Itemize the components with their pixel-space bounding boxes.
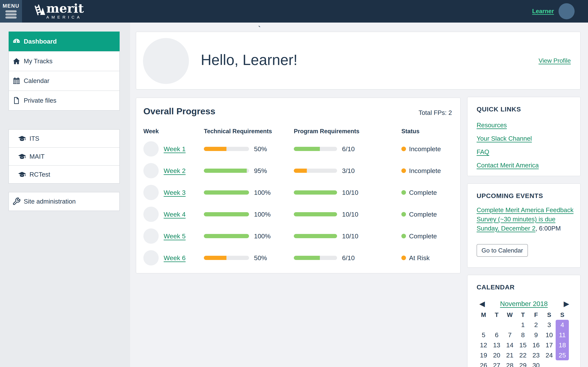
month-link[interactable]: November 2018 [467, 299, 580, 309]
file-icon [12, 96, 21, 105]
calendar-date[interactable]: 19 [477, 350, 490, 360]
quick-link[interactable]: Contact Merit America [477, 159, 539, 172]
merit-america-logo[interactable]: merit AMERICA [33, 2, 84, 19]
week-cell: Week 4 [143, 207, 204, 222]
technical-progress-fill [204, 234, 249, 238]
logo-subtext: AMERICA [46, 15, 82, 19]
sidebar-item-calendar[interactable]: Calendar [9, 71, 120, 91]
progress-table-header: Week Technical Requirements Program Requ… [143, 125, 452, 138]
week-avatar [143, 185, 159, 200]
calendar-date[interactable]: 1 [516, 320, 530, 330]
calendar-date[interactable]: 15 [516, 340, 530, 350]
day-header: T [516, 310, 530, 320]
calendar-date[interactable]: 27 [490, 360, 503, 367]
quick-link[interactable]: FAQ [477, 145, 489, 159]
sidebar-item-site-administration[interactable]: Site administration [9, 192, 120, 211]
technical-progress-fill [204, 169, 247, 173]
technical-progress-fill [204, 190, 249, 195]
calendar-date[interactable]: 14 [503, 340, 516, 350]
progress-table: Week Technical Requirements Program Requ… [143, 125, 452, 269]
next-month-icon[interactable]: ▶ [564, 299, 569, 308]
calendar-date[interactable]: 26 [477, 360, 490, 367]
week-avatar [143, 228, 159, 244]
graduation-cap-icon [18, 134, 26, 143]
calendar-date[interactable]: 28 [503, 360, 516, 367]
technical-progress-bar [204, 169, 249, 173]
sidebar-item-my-tracks[interactable]: My Tracks [9, 51, 120, 71]
go-to-calendar-button[interactable]: Go to Calendar [477, 244, 528, 257]
calendar-date[interactable]: 17 [543, 340, 556, 350]
week-link[interactable]: Week 1 [164, 145, 186, 153]
sidebar-track-mait[interactable]: MAIT [9, 147, 120, 166]
calendar-date[interactable]: 16 [529, 340, 543, 350]
technical-requirements-cell: 95% [204, 167, 294, 175]
calendar-date[interactable]: 6 [490, 330, 503, 340]
calendar-date[interactable]: 9 [529, 330, 543, 340]
progress-row: Week 295%3/10Incomplete [143, 160, 452, 182]
sidebar-track-rctest[interactable]: RCTest [9, 165, 120, 184]
calendar-date[interactable]: 11 [556, 330, 569, 340]
status-label: Complete [409, 189, 437, 196]
progress-row: Week 4100%10/10Complete [143, 203, 452, 225]
calendar-date[interactable]: 25 [556, 350, 569, 360]
calendar-empty-cell [490, 320, 503, 330]
column-header-technical: Technical Requirements [204, 128, 294, 135]
calendar-date[interactable]: 24 [543, 350, 556, 360]
menu-button[interactable]: MENU [0, 0, 22, 23]
calendar-date[interactable]: 5 [477, 330, 490, 340]
program-progress-fill [294, 169, 307, 173]
calendar-date[interactable]: 12 [477, 340, 490, 350]
calendar-date[interactable]: 29 [516, 360, 530, 367]
calendar-date[interactable]: 7 [503, 330, 516, 340]
status-dot-icon [401, 190, 406, 195]
calendar-icon [12, 77, 21, 85]
progress-row: Week 5100%10/10Complete [143, 225, 452, 247]
week-cell: Week 3 [143, 185, 204, 200]
view-profile-link[interactable]: View Profile [539, 57, 571, 64]
week-link[interactable]: Week 4 [164, 211, 186, 218]
calendar-date[interactable]: 18 [556, 340, 569, 350]
quick-link[interactable]: Resources [477, 118, 507, 132]
week-link[interactable]: Week 6 [164, 254, 186, 262]
day-header: M [477, 310, 490, 320]
status-dot-icon [401, 212, 406, 217]
logo-wordmark: merit [46, 2, 84, 15]
upcoming-events-title: UPCOMING EVENTS [477, 192, 543, 200]
ladder-logo-icon [33, 2, 45, 17]
technical-requirements-cell: 100% [204, 211, 294, 218]
calendar-panel: CALENDAR ◀ November 2018 ▶ MTWTFSS123456… [467, 275, 580, 367]
calendar-date[interactable]: 3 [543, 320, 556, 330]
calendar-date[interactable]: 2 [529, 320, 543, 330]
calendar-empty-cell [556, 360, 569, 367]
program-progress-bar [294, 212, 337, 216]
program-requirements-cell: 6/10 [294, 145, 401, 153]
calendar-nav: ◀ November 2018 ▶ [467, 299, 580, 309]
week-cell: Week 5 [143, 228, 204, 244]
day-header: T [490, 310, 503, 320]
sidebar-item-label: MAIT [29, 153, 45, 160]
sidebar-item-dashboard[interactable]: Dashboard [9, 32, 120, 51]
calendar-date[interactable]: 13 [490, 340, 503, 350]
week-link[interactable]: Week 3 [164, 189, 186, 196]
calendar-date[interactable]: 22 [516, 350, 530, 360]
status-label: Incomplete [409, 167, 441, 175]
calendar-date[interactable]: 30 [529, 360, 543, 367]
calendar-date[interactable]: 21 [503, 350, 516, 360]
upcoming-events-panel: UPCOMING EVENTS Complete Merit America F… [467, 184, 580, 267]
calendar-date[interactable]: 20 [490, 350, 503, 360]
user-avatar[interactable] [559, 3, 575, 19]
calendar-date[interactable]: 4 [556, 320, 569, 330]
status-cell: Incomplete [401, 167, 452, 175]
quick-link[interactable]: Your Slack Channel [477, 132, 532, 145]
technical-percent-label: 50% [254, 254, 267, 262]
week-link[interactable]: Week 5 [164, 233, 186, 240]
week-link[interactable]: Week 2 [164, 167, 186, 175]
calendar-date[interactable]: 23 [529, 350, 543, 360]
sidebar-item-private-files[interactable]: Private files [9, 91, 120, 110]
calendar-date[interactable]: 8 [516, 330, 530, 340]
calendar-empty-cell [543, 360, 556, 367]
user-menu-link[interactable]: Learner [532, 8, 554, 15]
calendar-date[interactable]: 10 [543, 330, 556, 340]
sidebar-track-its[interactable]: ITS [9, 129, 120, 148]
program-requirements-cell: 6/10 [294, 254, 401, 262]
